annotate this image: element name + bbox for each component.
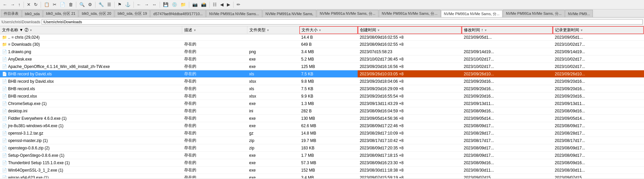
col-header-modified[interactable]: 修改时间 ↑▼ [462, 26, 553, 34]
nav-left-button[interactable]: ◀ [219, 1, 225, 8]
pen-button[interactable]: ✏ [235, 1, 242, 8]
address-input[interactable] [42, 19, 643, 25]
filter-icon-name[interactable]: ▼ [30, 29, 33, 32]
nav-right-button[interactable]: ▶ [226, 1, 232, 8]
col-header-updated[interactable]: 记录更新时间▼ [553, 26, 644, 34]
table-row[interactable]: 📄BHB record by David.xlsx存在的xlsx9.8 MB20… [0, 78, 644, 85]
tools-button[interactable]: 🔧 [97, 1, 105, 8]
table-row[interactable]: 📄jre-8u381-windows-x64.exe (1)存在的exe62.6… [0, 122, 644, 130]
table-row[interactable]: 📄Win64OpenSSL-3_1_2.exe (1)存在的exe152 MB2… [0, 167, 644, 174]
table-row[interactable]: 📄desktop.ini存在的ini282 B2023/08/09d16:04:… [0, 107, 644, 115]
export-button[interactable]: 💾 [162, 1, 170, 8]
grid-button[interactable]: ☷ [211, 1, 218, 8]
camera-button[interactable]: 📸 [200, 1, 208, 8]
table-row[interactable]: 📄ChromeSetup.exe (1)存在的exe1.3 MB2023/09/… [0, 100, 644, 107]
file-icon-17: 📄 [2, 160, 7, 165]
table-row[interactable]: 📄BHB record.xls存在的xls7.5 KB2023/09/20d16… [0, 85, 644, 93]
cell-created-4: 2023/09/20d16:16:56 +8 [358, 63, 462, 70]
cell-modified-13: 2023/08/28d17... [462, 130, 553, 137]
sep2 [41, 2, 41, 8]
filter-icon-desc[interactable]: ▼ [193, 29, 196, 32]
cell-filetype-10: ini [247, 107, 299, 115]
tab-8[interactable]: NVMe PM991a NVMe Sams, 分... [317, 10, 378, 17]
cell-updated-12: 2023/08/09d17... [553, 122, 644, 130]
copy-button[interactable]: 📋 [43, 1, 51, 8]
tab-11[interactable]: NVMe PM991a NVMe Sams, 分... [503, 10, 565, 17]
delete-button[interactable]: 🗑 [67, 1, 74, 8]
cell-modified-0: 2023/09/05d1... [462, 34, 553, 41]
tab-12[interactable]: NVMe PM9... [565, 10, 593, 17]
flag-button[interactable]: ⚑ [116, 1, 123, 8]
table-row[interactable]: 📄Fiddler Everywhere 4.6.0.exe (1)存在的exe1… [0, 115, 644, 122]
cell-size-4: 125 MB [299, 63, 358, 70]
table-row[interactable]: 📄openstego-0.8.6.zip (2)存在的zip183 KB2023… [0, 144, 644, 152]
sep8 [189, 2, 189, 8]
col-header-name[interactable]: 文件名称 ▼ ②▼ [0, 26, 182, 34]
cell-name-0: 📁.. = chris (29,024) [0, 34, 182, 41]
stop-button[interactable]: ✕ [26, 1, 32, 8]
tab-1[interactable]: blk0_sda [22, 10, 43, 17]
table-row[interactable]: 📄BHB record.xlsx存在的xlsx9.9 KB2023/09/20d… [0, 93, 644, 100]
filter-icon-updated[interactable]: ▼ [580, 29, 583, 32]
file-icon-14: 📄 [2, 138, 7, 143]
cell-size-9: 1.3 MB [299, 100, 358, 107]
filter-icon-modified[interactable]: ▼ [484, 29, 487, 32]
tab-3[interactable]: blk0_sda, 分区 20 [79, 10, 114, 17]
table-row[interactable]: 📄1.drawio.png存在的png3.4 MB2023/07d15:58:2… [0, 48, 644, 56]
refresh-button[interactable]: ↻ [33, 1, 39, 8]
tab-4[interactable]: blk0_sda, 分区 19 [115, 10, 150, 17]
table-row[interactable]: 📄openssl-master.zip (1)存在的zip19.7 MB2023… [0, 137, 644, 144]
hash-button[interactable]: 📁 [179, 1, 187, 8]
zoom-button[interactable]: 📷 [191, 1, 199, 8]
forward-button[interactable]: → [9, 1, 16, 8]
table-row[interactable]: 📄AnyDesk.exe存在的exe5.2 MB2023/10/02d17:36… [0, 56, 644, 63]
cell-name-18: 📄Win64OpenSSL-3_1_2.exe (1) [0, 167, 182, 174]
file-list-container[interactable]: 文件名称 ▼ ②▼描述▼文件类型▼文件大小▼创建时间▼修改时间 ↑▼记录更新时间… [0, 26, 644, 178]
import-button[interactable]: 💿 [170, 1, 178, 8]
cut-button[interactable]: ✂ [51, 1, 58, 8]
cell-name-19: 📄winrar-x64-623.exe (1) [0, 174, 182, 179]
tab-2[interactable]: blk0_sda, 分区 21 [43, 10, 78, 17]
filter-icon-filetype[interactable]: ▼ [267, 29, 270, 32]
tab-10[interactable]: NVMe PM991a NVMe Sams, 分... [441, 10, 503, 17]
arrow-left-button[interactable]: ← [135, 1, 143, 8]
filter-icon-size[interactable]: ▼ [319, 29, 322, 32]
tab-9[interactable]: NVMe PM991a NVMe Sams, 分... [379, 10, 441, 17]
col-header-size[interactable]: 文件大小▼ [299, 26, 358, 34]
tab-6[interactable]: NVMe PM991a NVMe Sams... [206, 10, 262, 17]
table-row[interactable]: 📄winrar-x64-623.exe (1)存在的exe3.4 MB2023/… [0, 174, 644, 179]
cell-name-5: 📄BHB record by David.xls [0, 70, 182, 78]
cell-size-14: 19.7 MB [299, 137, 358, 144]
file-icon-4: 📄 [2, 64, 7, 69]
tab-0[interactable]: 件目录表 [1, 10, 22, 17]
cell-filetype-15: zip [247, 144, 299, 152]
settings-button[interactable]: ⚙ [87, 1, 93, 8]
table-row[interactable]: 📄Setup-OpenStego-0.8.6.exe (1)存在的exe1.7 … [0, 152, 644, 159]
arrow-nav-button[interactable]: ↔ [151, 1, 158, 8]
filter-icon-created[interactable]: ▼ [377, 29, 380, 32]
cell-filetype-3: exe [247, 56, 299, 63]
table-row[interactable]: 📄openssl-3.1.2.tar.gz存在的gz14.8 MB2023/08… [0, 130, 644, 137]
toolbar: ← → ↑ ✕ ↻ 📋 ✂ 📄 🗑 🔍 ⚙ 🔧 ☰ ⚑ ⚓ ← → ↔ 💾 💿 … [0, 0, 644, 9]
cell-name-16: 📄Setup-OpenStego-0.8.6.exe (1) [0, 152, 182, 159]
bookmark-button[interactable]: ⚓ [124, 1, 132, 8]
view-button[interactable]: ☰ [106, 1, 113, 8]
search-button[interactable]: 🔍 [78, 1, 86, 8]
cell-filetype-13: gz [247, 130, 299, 137]
paste-button[interactable]: 📄 [58, 1, 67, 8]
table-row[interactable]: 📁.. = chris (29,024)14.4 B2023/08/09d16:… [0, 34, 644, 41]
col-header-filetype[interactable]: 文件类型▼ [247, 26, 299, 34]
cell-desc-0 [182, 34, 247, 41]
file-icon-0: 📁 [2, 35, 7, 40]
back-button[interactable]: ← [1, 1, 8, 8]
tab-7[interactable]: NVMe PM991a NVMe Sams, [263, 10, 316, 17]
table-row[interactable]: 📁= Downloads (30)存在的649 B2023/08/09d16:0… [0, 41, 644, 48]
up-button[interactable]: ↑ [17, 1, 22, 8]
arrow-right-button[interactable]: → [143, 1, 150, 8]
col-header-desc[interactable]: 描述▼ [182, 26, 247, 34]
table-row[interactable]: 📄Thunderbird Setup 115.1.0.exe (1)存在的exe… [0, 159, 644, 167]
tab-5[interactable]: d5747fae8f4ddba485f17710... [150, 10, 206, 17]
table-row[interactable]: 📄Apache_OpenOffice_4.1.14_Win_x86_instal… [0, 63, 644, 70]
table-row[interactable]: 📄BHB record by David.xls存在的xls7.5 KB2023… [0, 70, 644, 78]
col-header-created[interactable]: 创建时间▼ [358, 26, 462, 34]
